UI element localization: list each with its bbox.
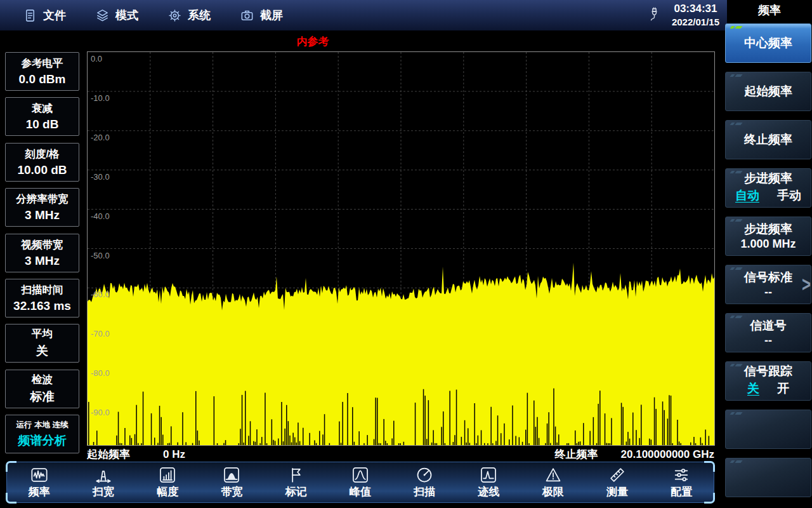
softkey-signal-tracking[interactable]: 信号跟踪关开 <box>725 361 811 401</box>
toolbar-marker[interactable]: 标记 <box>267 466 325 499</box>
param-label: 扫描时间 <box>22 283 63 297</box>
toolbar-peak[interactable]: 峰值 <box>331 466 390 499</box>
corner-mark-icon <box>735 123 742 125</box>
y-axis-tick-label: -80.0 <box>91 368 110 378</box>
softkey-label: 信号标准 <box>744 271 792 284</box>
toolbar-bandwidth[interactable]: 带宽 <box>202 466 261 499</box>
toolbar-sweep[interactable]: 扫描 <box>395 466 454 499</box>
y-axis-tick-label: -20.0 <box>91 133 110 142</box>
softkey-label: 步进频率 <box>744 223 792 236</box>
softkey-toggle: 关开 <box>747 380 789 397</box>
stop-frequency-value: 20.100000000 GHz <box>621 448 714 460</box>
y-axis-tick-label: -60.0 <box>91 290 110 299</box>
top-menu-bar: 文件模式系统截屏 03:34:31 2022/01/15 <box>0 0 727 30</box>
toggle-option[interactable]: 关 <box>747 380 759 397</box>
spectrum-plot: 0.0-10.0-20.0-30.0-40.0-50.0-60.0-70.0-8… <box>87 51 715 446</box>
file-icon <box>23 8 37 23</box>
start-frequency: 起始频率0 Hz <box>87 447 185 462</box>
y-axis-tick-label: -50.0 <box>91 251 110 260</box>
toolbar-label: 峰值 <box>350 485 371 499</box>
softkey-step-frequency-mode[interactable]: 步进频率自动手动 <box>725 168 811 208</box>
param-value: 3 MHz <box>25 254 60 268</box>
date-display: 2022/01/15 <box>672 16 719 29</box>
toolbar-frequency[interactable]: 频率 <box>10 466 69 499</box>
amplitude-icon <box>159 466 176 484</box>
softkey-signal-standard[interactable]: 信号标准--> <box>725 265 811 304</box>
menu-label: 文件 <box>43 8 66 23</box>
system-icon <box>167 8 182 23</box>
toolbar-corner-accent <box>6 461 16 472</box>
softkey-label: 步进频率 <box>744 172 792 185</box>
toolbar-trace[interactable]: 迹线 <box>459 466 518 499</box>
toolbar-corner-accent <box>704 493 715 504</box>
spectrum-trace-svg: 0.0-10.0-20.0-30.0-40.0-50.0-60.0-70.0-8… <box>88 52 714 445</box>
corner-mark-icon <box>735 171 742 173</box>
toggle-option[interactable]: 开 <box>777 380 789 397</box>
toggle-option[interactable]: 自动 <box>735 187 759 204</box>
menu-screenshot[interactable]: 截屏 <box>240 8 283 23</box>
softkey-center-frequency[interactable]: 中心频率 <box>725 23 811 63</box>
param-rbw: 分辨率带宽 3 MHz <box>5 188 79 227</box>
menu-system[interactable]: 系统 <box>167 8 211 23</box>
y-axis-tick-label: 0.0 <box>91 54 102 64</box>
softkey-start-frequency[interactable]: 起始频率 <box>725 72 811 111</box>
param-label: 刻度/格 <box>25 147 59 161</box>
measure-icon <box>608 466 626 484</box>
corner-mark-icon <box>735 267 742 270</box>
freq-icon <box>30 466 48 484</box>
peak-icon <box>351 466 369 484</box>
y-axis-tick-label: -40.0 <box>91 211 110 221</box>
usb-icon <box>647 6 662 25</box>
menu-mode[interactable]: 模式 <box>95 8 138 23</box>
softkey-value: -- <box>764 286 772 298</box>
frequency-range-row: 起始频率0 Hz 终止频率20.100000000 GHz <box>87 446 714 462</box>
toggle-option[interactable]: 手动 <box>777 187 801 204</box>
toolbar-config[interactable]: 配置 <box>652 466 710 499</box>
toolbar-measure[interactable]: 测量 <box>588 466 646 499</box>
softkey-value: 1.000 MHz <box>740 238 796 250</box>
param-value: 10.00 dB <box>17 163 67 177</box>
toolbar-label: 测量 <box>606 485 628 499</box>
toolbar-span[interactable]: 扫宽 <box>74 466 133 499</box>
toolbar-amplitude[interactable]: 幅度 <box>138 466 197 499</box>
corner-mark-icon <box>735 74 742 77</box>
mode-status: 频谱分析 <box>18 432 67 449</box>
softkey-step-frequency-value[interactable]: 步进频率1.000 MHz <box>725 217 811 256</box>
y-axis-tick-label: -90.0 <box>91 408 110 417</box>
param-detector: 检波 标准 <box>5 370 79 408</box>
topbar-status-area: 03:34:31 2022/01/15 <box>647 2 727 29</box>
menu-panel-title: 频率 <box>727 3 812 18</box>
param-scale-per-div: 刻度/格 10.00 dB <box>5 143 79 182</box>
y-axis-tick-label: -10.0 <box>91 93 110 103</box>
softkey-stop-frequency[interactable]: 终止频率 <box>725 120 811 159</box>
softkey-toggle: 自动手动 <box>735 187 801 204</box>
corner-mark-icon <box>735 316 742 318</box>
menu-label: 模式 <box>115 8 138 23</box>
sweep-icon <box>416 466 433 484</box>
config-icon <box>672 466 690 484</box>
softkey-label: 信号跟踪 <box>744 365 792 378</box>
limit-icon <box>544 466 562 484</box>
param-value: 32.163 ms <box>13 299 71 313</box>
corner-mark-icon <box>735 412 742 415</box>
param-value: 0.0 dBm <box>19 72 66 86</box>
param-value: 3 MHz <box>25 208 60 222</box>
top-menus: 文件模式系统截屏 <box>0 8 647 23</box>
param-vbw: 视频带宽 3 MHz <box>5 234 79 272</box>
screenshot-icon <box>240 8 254 23</box>
toolbar-label: 迹线 <box>478 485 499 499</box>
param-attenuation: 衰减 10 dB <box>5 97 79 136</box>
softkey-channel-number[interactable]: 信道号-- <box>725 313 811 352</box>
toolbar-label: 扫描 <box>414 485 435 499</box>
param-label: 分辨率带宽 <box>16 192 69 206</box>
softkey-empty-2[interactable] <box>725 458 811 497</box>
softkey-value: -- <box>764 335 772 347</box>
softkey-empty-1[interactable] <box>725 410 811 449</box>
menu-label: 系统 <box>188 8 211 23</box>
toolbar-limit[interactable]: 极限 <box>524 466 582 499</box>
menu-file[interactable]: 文件 <box>23 8 66 23</box>
corner-mark-icon <box>735 460 742 463</box>
toolbar-label: 标记 <box>285 485 307 499</box>
submenu-arrow-icon: > <box>802 272 811 297</box>
span-icon <box>95 466 112 484</box>
